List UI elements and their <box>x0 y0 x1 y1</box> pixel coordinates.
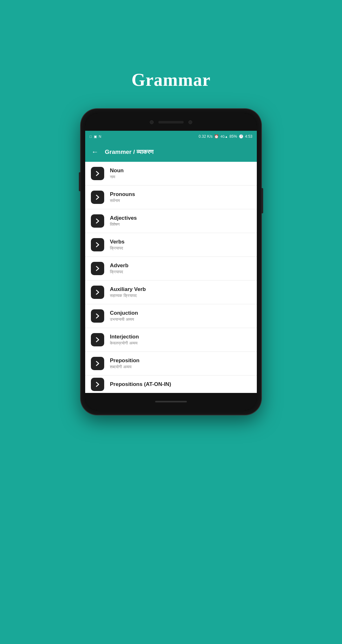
auxiliary-title: Auxiliary Verb <box>110 286 146 293</box>
home-bar <box>155 401 187 402</box>
time-display: 4:53 <box>245 134 252 139</box>
chevron-right-icon-auxiliary <box>94 289 101 296</box>
adjectives-title: Adjectives <box>110 215 137 221</box>
conjuction-subtitle: उभयान्वयी अव्यय <box>110 317 138 322</box>
signal-icon: 4G▲ <box>220 135 228 138</box>
chevron-right-icon-interjection <box>94 336 101 343</box>
noun-text: Noun नाम <box>110 167 124 180</box>
prepositions-atonin-icon <box>91 378 104 391</box>
adjectives-subtitle: विशेषण <box>110 222 137 227</box>
pronouns-subtitle: सर्वनाम <box>110 198 135 203</box>
chevron-right-icon-prepositions-atonin <box>94 381 101 388</box>
pronouns-text: Pronouns सर्वनाम <box>110 191 135 203</box>
adverb-subtitle: क्रियापद <box>110 269 129 275</box>
list-item-interjection[interactable]: Interjection केवलप्रयोगी अव्यय <box>85 328 257 352</box>
noun-subtitle: नाम <box>110 174 124 180</box>
conjuction-title: Conjuction <box>110 310 138 316</box>
pronouns-title: Pronouns <box>110 191 135 198</box>
network-speed: 0.32 K/s <box>199 134 212 139</box>
list-item-noun[interactable]: Noun नाम <box>85 162 257 186</box>
adverb-title: Adverb <box>110 262 129 269</box>
app-bar-title: Grammer / व्याकरण <box>105 148 154 155</box>
phone-speaker <box>158 121 184 123</box>
conjuction-text: Conjuction उभयान्वयी अव्यय <box>110 310 138 322</box>
list-item-adverb[interactable]: Adverb क्रियापद <box>85 257 257 281</box>
verbs-title: Verbs <box>110 239 124 245</box>
status-icon-3: N <box>99 135 101 138</box>
adverb-icon <box>91 262 104 275</box>
adjectives-icon <box>91 214 104 228</box>
chevron-right-icon-verbs <box>94 241 101 248</box>
chevron-right-icon-conjuction <box>94 313 101 319</box>
chevron-right-icon-preposition <box>94 360 101 367</box>
preposition-title: Preposition <box>110 357 140 364</box>
list-item-pronouns[interactable]: Pronouns सर्वनाम <box>85 186 257 209</box>
auxiliary-text: Auxiliary Verb सहाय्यक क्रियापद <box>110 286 146 298</box>
conjuction-icon <box>91 309 104 323</box>
phone-top-bezel <box>85 113 257 131</box>
phone-screen: □ ▣ N 0.32 K/s ⏰ 4G▲ 85% 🕐 4:53 <box>85 131 257 393</box>
alarm-icon: ⏰ <box>214 134 219 139</box>
grammar-list: Noun नाम Pronouns सर्वनाम <box>85 162 257 393</box>
status-bar: □ ▣ N 0.32 K/s ⏰ 4G▲ 85% 🕐 4:53 <box>85 131 257 142</box>
chevron-right-icon-adverb <box>94 265 101 272</box>
preposition-subtitle: शब्दयोगी अव्यय <box>110 364 140 369</box>
status-icon-2: ▣ <box>94 135 97 139</box>
list-item-prepositions-atonin[interactable]: Prepositions (AT-ON-IN) <box>85 376 257 393</box>
front-sensor <box>188 120 192 124</box>
list-item-verbs[interactable]: Verbs क्रियापद <box>85 233 257 257</box>
verbs-icon <box>91 238 104 251</box>
preposition-text: Preposition शब्दयोगी अव्यय <box>110 357 140 369</box>
clock-icon: 🕐 <box>239 134 244 139</box>
adjectives-text: Adjectives विशेषण <box>110 215 137 227</box>
verbs-text: Verbs क्रियापद <box>110 239 124 251</box>
front-camera <box>150 120 154 124</box>
app-bar: ← Grammer / व्याकरण <box>85 142 257 162</box>
prepositions-atonin-text: Prepositions (AT-ON-IN) <box>110 381 171 388</box>
interjection-title: Interjection <box>110 334 139 340</box>
noun-title: Noun <box>110 167 124 174</box>
pronouns-icon <box>91 191 104 204</box>
chevron-right-icon-pronouns <box>94 194 101 201</box>
back-button[interactable]: ← <box>92 148 98 156</box>
interjection-icon <box>91 333 104 346</box>
auxiliary-icon <box>91 286 104 299</box>
prepositions-atonin-title: Prepositions (AT-ON-IN) <box>110 381 171 388</box>
battery-level: 85% <box>230 134 237 139</box>
interjection-subtitle: केवलप्रयोगी अव्यय <box>110 341 139 346</box>
status-icon-1: □ <box>90 135 92 138</box>
phone-wrapper: □ ▣ N 0.32 K/s ⏰ 4G▲ 85% 🕐 4:53 <box>81 109 261 415</box>
chevron-right-icon-adjectives <box>94 218 101 224</box>
phone-bottom-bezel <box>85 393 257 410</box>
chevron-right-icon-noun <box>94 170 101 177</box>
page-title: Grammar <box>131 70 211 90</box>
list-item-conjuction[interactable]: Conjuction उभयान्वयी अव्यय <box>85 304 257 328</box>
list-item-adjectives[interactable]: Adjectives विशेषण <box>85 209 257 233</box>
list-item-auxiliary[interactable]: Auxiliary Verb सहाय्यक क्रियापद <box>85 281 257 304</box>
verbs-subtitle: क्रियापद <box>110 246 124 251</box>
noun-icon <box>91 167 104 180</box>
preposition-icon <box>91 357 104 370</box>
adverb-text: Adverb क्रियापद <box>110 262 129 275</box>
auxiliary-subtitle: सहाय्यक क्रियापद <box>110 293 146 298</box>
list-item-preposition[interactable]: Preposition शब्दयोगी अव्यय <box>85 352 257 376</box>
interjection-text: Interjection केवलप्रयोगी अव्यय <box>110 334 139 346</box>
